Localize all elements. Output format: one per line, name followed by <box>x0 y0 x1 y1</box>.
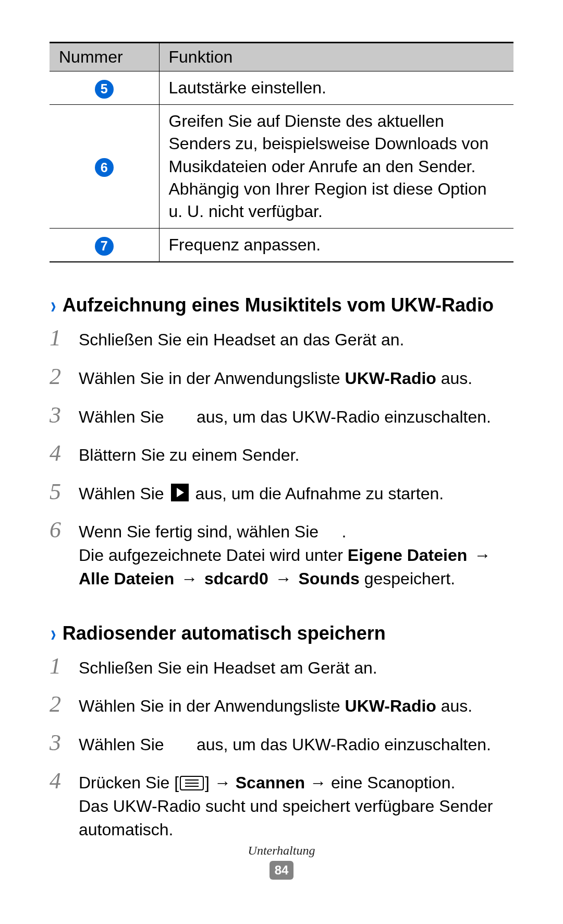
list-item: 1 Schließen Sie ein Headset an das Gerät… <box>50 322 513 354</box>
play-icon <box>171 484 189 501</box>
table-header-row: Nummer Funktion <box>50 43 513 71</box>
number-badge-icon: 7 <box>95 237 114 256</box>
arrow-icon: → <box>176 569 202 588</box>
text: Die aufgezeichnete Datei wird unter <box>79 546 348 565</box>
row-number-cell: 6 <box>50 105 159 229</box>
page-footer: Unterhaltung 84 <box>0 844 563 880</box>
step-text: Schließen Sie ein Headset am Gerät an. <box>79 656 513 680</box>
step-number: 2 <box>50 688 68 721</box>
row-number-cell: 5 <box>50 71 159 105</box>
step-number: 4 <box>50 437 68 470</box>
text: aus, um das UKW-Radio einzuschalten. <box>192 407 491 426</box>
table-row: 6 Greifen Sie auf Dienste des aktuellen … <box>50 105 513 229</box>
text: aus, um das UKW-Radio einzuschalten. <box>192 735 491 754</box>
section-heading: Aufzeichnung eines Musiktitels vom UKW-R… <box>63 294 494 316</box>
bold: Sounds <box>298 569 359 588</box>
header-function: Funktion <box>159 43 513 71</box>
text: ] → <box>205 773 236 792</box>
step-number: 2 <box>50 361 68 393</box>
step-text: Wählen Sie in der Anwendungsliste UKW-Ra… <box>79 367 513 390</box>
step-number: 3 <box>50 399 68 431</box>
chevron-right-icon: › <box>51 294 56 317</box>
list-item: 3 Wählen Sie aus, um das UKW-Radio einzu… <box>50 727 513 759</box>
arrow-icon: → <box>271 569 297 588</box>
text: Wenn Sie fertig sind, wählen Sie <box>79 522 323 541</box>
section-recording: › Aufzeichnung eines Musiktitels vom UKW… <box>50 294 513 590</box>
table-row: 5 Lautstärke einstellen. <box>50 71 513 105</box>
bold: Scannen <box>236 773 305 792</box>
function-table: Nummer Funktion 5 Lautstärke einstellen.… <box>50 42 513 262</box>
text: aus. <box>436 369 472 388</box>
step-number: 5 <box>50 476 68 508</box>
page-number-badge: 84 <box>270 861 293 880</box>
bold: UKW-Radio <box>345 697 436 715</box>
text: Wählen Sie <box>79 735 169 754</box>
row-function-cell: Greifen Sie auf Dienste des aktuellen Se… <box>159 105 513 229</box>
table-row: 7 Frequenz anpassen. <box>50 229 513 262</box>
number-badge-icon: 6 <box>95 158 114 177</box>
row-function-cell: Lautstärke einstellen. <box>159 71 513 105</box>
step-text: Blättern Sie zu einem Sender. <box>79 443 513 467</box>
steps-list: 1 Schließen Sie ein Headset am Gerät an.… <box>50 650 513 842</box>
bold: Alle Dateien <box>79 569 174 588</box>
list-item: 4 Drücken Sie [] → Scannen → eine Scanop… <box>50 765 513 841</box>
step-number: 1 <box>50 650 68 682</box>
text: . <box>342 522 347 541</box>
text: → eine Scanoption. <box>305 773 455 792</box>
section-autosave: › Radiosender automatisch speichern 1 Sc… <box>50 622 513 842</box>
text: Das UKW-Radio sucht und speichert verfüg… <box>79 797 493 839</box>
arrow-icon: → <box>469 546 491 565</box>
text: aus, um die Aufnahme zu starten. <box>191 484 444 503</box>
bold: Eigene Dateien <box>348 546 467 565</box>
step-text: Drücken Sie [] → Scannen → eine Scanopti… <box>79 771 513 841</box>
step-number: 6 <box>50 514 68 546</box>
list-item: 4 Blättern Sie zu einem Sender. <box>50 437 513 470</box>
section-title: › Radiosender automatisch speichern <box>50 622 513 645</box>
text: Wählen Sie <box>79 484 169 503</box>
list-item: 1 Schließen Sie ein Headset am Gerät an. <box>50 650 513 682</box>
step-text: Wählen Sie aus, um das UKW-Radio einzusc… <box>79 733 513 757</box>
step-number: 1 <box>50 322 68 354</box>
list-item: 2 Wählen Sie in der Anwendungsliste UKW-… <box>50 361 513 393</box>
footer-category: Unterhaltung <box>0 844 563 858</box>
list-item: 2 Wählen Sie in der Anwendungsliste UKW-… <box>50 688 513 721</box>
row-number-cell: 7 <box>50 229 159 262</box>
section-heading: Radiosender automatisch speichern <box>63 622 386 644</box>
text: Wählen Sie in der Anwendungsliste <box>79 369 345 388</box>
text: Drücken Sie [ <box>79 773 179 792</box>
step-text: Schließen Sie ein Headset an das Gerät a… <box>79 328 513 352</box>
row-function-cell: Frequenz anpassen. <box>159 229 513 262</box>
steps-list: 1 Schließen Sie ein Headset an das Gerät… <box>50 322 513 590</box>
list-item: 5 Wählen Sie aus, um die Aufnahme zu sta… <box>50 476 513 508</box>
step-text: Wählen Sie aus, um das UKW-Radio einzusc… <box>79 405 513 429</box>
bold: UKW-Radio <box>345 369 436 388</box>
text: aus. <box>436 697 472 715</box>
list-item: 6 Wenn Sie fertig sind, wählen Sie . Die… <box>50 514 513 590</box>
step-text: Wählen Sie in der Anwendungsliste UKW-Ra… <box>79 694 513 718</box>
step-number: 4 <box>50 765 68 797</box>
page-content: Nummer Funktion 5 Lautstärke einstellen.… <box>0 0 563 842</box>
menu-icon <box>180 776 204 790</box>
section-title: › Aufzeichnung eines Musiktitels vom UKW… <box>50 294 513 317</box>
step-number: 3 <box>50 727 68 759</box>
chevron-right-icon: › <box>51 622 56 645</box>
number-badge-icon: 5 <box>95 80 114 99</box>
step-text: Wenn Sie fertig sind, wählen Sie . Die a… <box>79 520 513 590</box>
header-number: Nummer <box>50 43 159 71</box>
list-item: 3 Wählen Sie aus, um das UKW-Radio einzu… <box>50 399 513 431</box>
text: gespeichert. <box>360 569 455 588</box>
step-text: Wählen Sie aus, um die Aufnahme zu start… <box>79 482 513 506</box>
bold: sdcard0 <box>204 569 268 588</box>
text: Wählen Sie <box>79 407 169 426</box>
text: Wählen Sie in der Anwendungsliste <box>79 697 345 715</box>
